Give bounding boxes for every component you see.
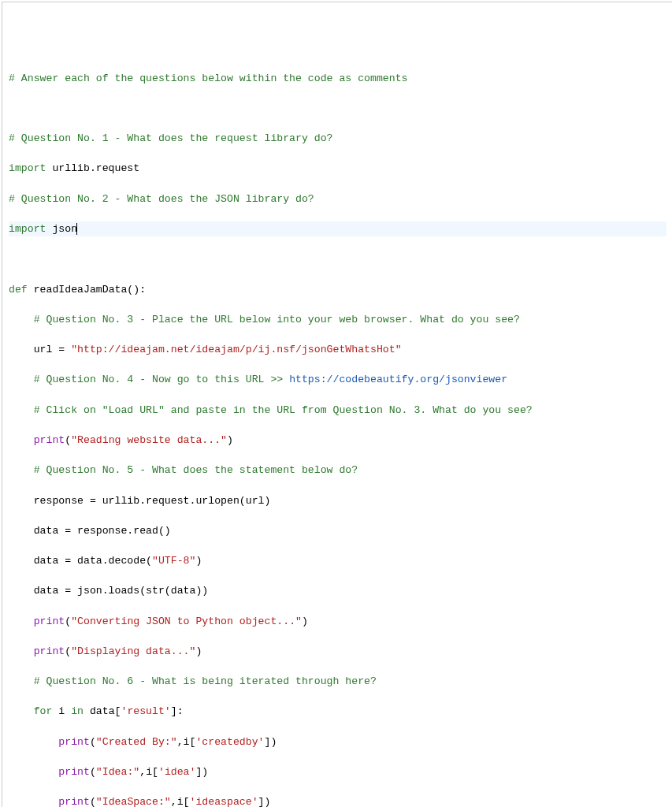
paren: ) bbox=[227, 434, 233, 446]
keyword-in: in bbox=[71, 705, 84, 717]
module-name: json bbox=[46, 223, 77, 235]
code-line: # Question No. 5 - What does the stateme… bbox=[9, 463, 666, 478]
code-line: print("Displaying data...") bbox=[9, 644, 666, 659]
keyword-for: for bbox=[34, 705, 53, 717]
code-line: # Question No. 4 - Now go to this URL >>… bbox=[9, 372, 666, 387]
builtin-print: print bbox=[34, 645, 65, 657]
indent bbox=[9, 434, 34, 446]
string-literal: "Converting JSON to Python object..." bbox=[71, 615, 302, 627]
code-line bbox=[9, 101, 666, 116]
code-line: data = response.read() bbox=[9, 523, 666, 538]
string-literal: "Displaying data..." bbox=[71, 645, 195, 657]
builtin-print: print bbox=[58, 766, 90, 778]
code-text: ,i[ bbox=[171, 796, 190, 807]
code-text: ]) bbox=[258, 796, 271, 807]
code-text: ]) bbox=[265, 736, 277, 748]
code-line: data = json.loads(str(data)) bbox=[9, 583, 666, 598]
string-literal: 'idea' bbox=[158, 766, 195, 778]
builtin-print: print bbox=[58, 796, 90, 807]
code-text: data = data.decode( bbox=[9, 555, 152, 567]
comment: # Question No. 4 - Now go to this URL >> bbox=[9, 374, 289, 385]
code-line: print("Reading website data...") bbox=[9, 433, 666, 448]
string-literal: "UTF-8" bbox=[152, 555, 195, 567]
code-line: print("IdeaSpace:",i['ideaspace']) bbox=[9, 794, 666, 807]
string-literal: "http://ideajam.net/ideajam/p/ij.nsf/jso… bbox=[71, 344, 401, 355]
indent bbox=[9, 705, 34, 717]
code-text: data = json.loads(str(data)) bbox=[9, 585, 208, 597]
code-line: # Question No. 6 - What is being iterate… bbox=[9, 674, 666, 689]
comment: # Answer each of the questions below wit… bbox=[9, 73, 407, 84]
code-line: import urllib.request bbox=[9, 161, 666, 176]
code-text: data = response.read() bbox=[9, 525, 171, 537]
code-line: print("Converting JSON to Python object.… bbox=[9, 614, 666, 629]
code-line-active[interactable]: import json bbox=[9, 221, 666, 236]
paren: ( bbox=[65, 434, 71, 446]
string-literal: 'result' bbox=[121, 705, 170, 717]
paren: ) bbox=[195, 555, 202, 567]
code-line: url = "http://ideajam.net/ideajam/p/ij.n… bbox=[9, 342, 666, 357]
indent bbox=[9, 736, 58, 748]
code-text: ,i[ bbox=[177, 736, 196, 748]
keyword-import: import bbox=[9, 223, 46, 235]
paren: ) bbox=[195, 645, 202, 657]
code-text: ]) bbox=[195, 766, 208, 778]
code-line: response = urllib.request.urlopen(url) bbox=[9, 493, 666, 508]
cursor-icon bbox=[76, 223, 77, 235]
code-line: # Answer each of the questions below wit… bbox=[9, 71, 666, 86]
indent bbox=[9, 645, 34, 657]
code-text: url = bbox=[9, 344, 71, 355]
builtin-print: print bbox=[34, 615, 65, 627]
indent bbox=[9, 615, 34, 627]
code-line: data = data.decode("UTF-8") bbox=[9, 553, 666, 568]
comment: # Click on "Load URL" and paste in the U… bbox=[9, 404, 533, 416]
paren: ( bbox=[90, 796, 96, 807]
code-editor[interactable]: { "code": { "l1": "# Answer each of the … bbox=[2, 2, 672, 807]
comment: # Question No. 1 - What does the request… bbox=[9, 132, 333, 144]
code-text: response = urllib.request.urlopen(url) bbox=[9, 495, 270, 507]
string-literal: "IdeaSpace:" bbox=[96, 796, 171, 807]
code-line: # Question No. 2 - What does the JSON li… bbox=[9, 192, 666, 206]
paren: ( bbox=[90, 736, 96, 748]
keyword-import: import bbox=[9, 162, 46, 174]
paren: ( bbox=[65, 615, 71, 627]
code-line: # Question No. 3 - Place the URL below i… bbox=[9, 312, 666, 327]
code-text: ]: bbox=[171, 705, 184, 717]
code-line bbox=[9, 251, 666, 266]
code-line: # Click on "Load URL" and paste in the U… bbox=[9, 403, 666, 418]
url-link: https://codebeautify.org/jsonviewer bbox=[289, 374, 507, 385]
module-name: urllib.request bbox=[46, 162, 139, 174]
code-line: print("Created By:",i['createdby']) bbox=[9, 734, 666, 749]
code-line: print("Idea:",i['idea']) bbox=[9, 764, 666, 779]
function-name: readIdeaJamData(): bbox=[28, 284, 146, 296]
var: i bbox=[52, 705, 71, 717]
string-literal: "Reading website data..." bbox=[71, 434, 227, 446]
paren: ( bbox=[90, 766, 96, 778]
indent bbox=[9, 766, 58, 778]
comment: # Question No. 5 - What does the stateme… bbox=[9, 464, 358, 476]
code-text: data[ bbox=[84, 705, 121, 717]
code-line: for i in data['result']: bbox=[9, 704, 666, 719]
comment: # Question No. 3 - Place the URL below i… bbox=[9, 314, 520, 325]
code-line: def readIdeaJamData(): bbox=[9, 282, 666, 297]
code-line: # Question No. 1 - What does the request… bbox=[9, 131, 666, 146]
code-text: ,i[ bbox=[139, 766, 158, 778]
builtin-print: print bbox=[34, 434, 65, 446]
string-literal: 'createdby' bbox=[195, 736, 264, 748]
keyword-def: def bbox=[9, 284, 28, 296]
paren: ( bbox=[65, 645, 71, 657]
comment: # Question No. 6 - What is being iterate… bbox=[9, 675, 377, 687]
builtin-print: print bbox=[58, 736, 90, 748]
indent bbox=[9, 796, 58, 807]
string-literal: "Created By:" bbox=[96, 736, 177, 748]
comment: # Question No. 2 - What does the JSON li… bbox=[9, 193, 314, 205]
string-literal: "Idea:" bbox=[96, 766, 139, 778]
string-literal: 'ideaspace' bbox=[190, 796, 258, 807]
paren: ) bbox=[302, 615, 308, 627]
